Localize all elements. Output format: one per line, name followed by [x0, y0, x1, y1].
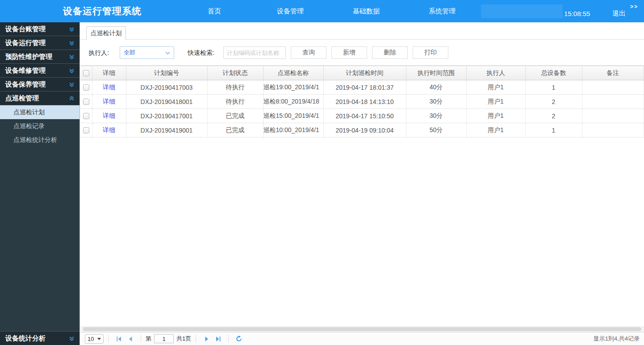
detail-link[interactable]: 详细	[103, 126, 115, 133]
column-header: 执行时间范围	[406, 66, 466, 80]
nav-item-4[interactable]: 系统管理	[404, 0, 480, 22]
logout-button[interactable]: 退出	[612, 9, 626, 18]
executor-cell: 用户1	[466, 109, 525, 123]
sidebar-section-label: 点巡检管理	[5, 94, 39, 103]
query-button[interactable]: 查询	[291, 46, 326, 59]
sidebar-section[interactable]: 设备保养管理	[0, 78, 79, 91]
page-prefix-label: 第	[146, 335, 151, 343]
inspection-name-cell: 巡检15:00_2019/4/1	[263, 109, 323, 123]
plan-status-cell: 待执行	[207, 80, 263, 95]
column-header: 点巡检名称	[263, 66, 323, 80]
table-row: 详细DXJ-20190417001已完成巡检15:00_2019/4/12019…	[80, 109, 644, 123]
next-page-button[interactable]	[201, 334, 212, 344]
column-header: 备注	[582, 66, 644, 80]
detail-cell: 详细	[92, 123, 126, 137]
plan-status-cell: 已完成	[207, 123, 263, 137]
divider	[196, 335, 196, 343]
prev-page-button[interactable]	[125, 334, 136, 344]
inspection-name-cell: 巡检8:00_2019/4/18	[263, 95, 323, 109]
plan-number-cell: DXJ-20190417001	[126, 109, 207, 123]
row-checkbox[interactable]	[83, 113, 89, 119]
sidebar-section[interactable]: 设备运行管理	[0, 36, 79, 50]
column-header: 计划状态	[207, 66, 263, 80]
nav-item-2[interactable]: 设备管理	[252, 0, 328, 22]
records-summary: 显示1到4,共4记录	[594, 335, 640, 343]
collapse-arrows-icon[interactable]: >>	[630, 4, 638, 10]
page-count-label: 共1页	[176, 335, 191, 343]
inspection-name-cell: 巡检19:00_2019/4/1	[263, 80, 323, 95]
sidebar-subitem[interactable]: 点巡检统计分析	[0, 133, 79, 147]
refresh-button[interactable]	[233, 334, 245, 344]
detail-link[interactable]: 详细	[103, 98, 115, 105]
add-button[interactable]: 新增	[331, 46, 367, 59]
row-checkbox[interactable]	[83, 127, 89, 133]
page-size-select[interactable]: 10	[85, 334, 104, 344]
sidebar-section-label: 设备保养管理	[5, 80, 46, 89]
horizontal-scrollbar-thumb[interactable]	[83, 327, 641, 331]
nav-item-3[interactable]: 基础数据	[328, 0, 404, 22]
remark-cell	[582, 80, 644, 95]
delete-button[interactable]: 删除	[372, 46, 408, 59]
sidebar-spacer	[0, 147, 79, 331]
sidebar-section-label: 设备台账管理	[5, 25, 46, 33]
nav-highlight-box	[481, 4, 563, 18]
column-header: 总设备数	[525, 66, 582, 80]
remark-cell	[582, 109, 644, 123]
sidebar-section[interactable]: 预防性维护管理	[0, 50, 79, 64]
sidebar-section[interactable]: 设备台账管理	[0, 22, 79, 36]
divider	[141, 335, 141, 343]
select-all-checkbox[interactable]	[83, 70, 89, 76]
executor-cell: 用户1	[466, 80, 525, 95]
plan-number-cell: DXJ-20190419001	[126, 123, 207, 137]
sidebar-section-label: 预防性维护管理	[5, 53, 52, 61]
select-all-header-cell	[80, 66, 92, 80]
sidebar-subitem[interactable]: 点巡检计划	[0, 105, 79, 119]
inspection-plan-table: 详细计划编号计划状态点巡检名称计划巡检时间执行时间范围执行人总设备数备注 详细D…	[80, 66, 644, 137]
plan-status-cell: 已完成	[207, 109, 263, 123]
divider	[108, 335, 109, 343]
row-select-cell	[80, 123, 92, 137]
row-checkbox[interactable]	[83, 99, 89, 105]
executor-select[interactable]: 全部	[120, 46, 174, 59]
search-input[interactable]	[223, 46, 286, 59]
plan-time-cell: 2019-04-17 18:01:37	[323, 80, 406, 95]
sidebar-section[interactable]: 点巡检管理	[0, 91, 79, 105]
horizontal-scrollbar	[80, 326, 644, 332]
sidebar-section[interactable]: 设备统计分析	[0, 331, 79, 345]
sidebar-subitem[interactable]: 点巡检记录	[0, 119, 79, 133]
detail-link[interactable]: 详细	[103, 112, 115, 119]
plan-time-cell: 2019-04-17 15:10:50	[323, 109, 406, 123]
executor-select-value: 全部	[124, 49, 135, 57]
table-header-row: 详细计划编号计划状态点巡检名称计划巡检时间执行时间范围执行人总设备数备注	[80, 66, 644, 80]
chevron-down-icon	[165, 49, 170, 57]
sidebar-section-label: 设备运行管理	[5, 39, 46, 47]
double-chevron-down-icon	[69, 26, 75, 32]
pagination-bar: 10 第 共1页 显示1到4,共	[80, 332, 644, 345]
first-page-button[interactable]	[113, 334, 125, 344]
top-header: 设备运行管理系统 首页设备管理基础数据系统管理 15:08:55 退出 >>	[0, 0, 644, 22]
time-range-cell: 30分	[406, 109, 466, 123]
double-chevron-down-icon	[69, 68, 75, 74]
executor-cell: 用户1	[466, 95, 525, 109]
row-select-cell	[80, 95, 92, 109]
app-title: 设备运行管理系统	[63, 0, 142, 22]
column-header: 详细	[92, 66, 126, 80]
last-page-button[interactable]	[212, 334, 224, 344]
detail-link[interactable]: 详细	[103, 83, 115, 91]
double-chevron-down-icon	[69, 82, 75, 87]
print-button[interactable]: 打印	[413, 46, 448, 59]
plan-time-cell: 2019-04-18 14:13:10	[323, 95, 406, 109]
current-page-input[interactable]	[154, 334, 174, 343]
dropdown-arrow-icon	[97, 338, 101, 340]
sidebar-section[interactable]: 设备维修管理	[0, 64, 79, 78]
tab-inspection-plan[interactable]: 点巡检计划	[86, 26, 126, 40]
plan-status-cell: 待执行	[207, 95, 263, 109]
device-count-cell: 1	[525, 80, 582, 95]
sidebar-section-label: 设备维修管理	[5, 67, 46, 75]
row-checkbox[interactable]	[83, 84, 89, 91]
sidebar-section-label: 设备统计分析	[5, 334, 46, 343]
nav-item-1[interactable]: 首页	[176, 0, 252, 22]
plan-number-cell: DXJ-20190417003	[126, 80, 207, 95]
filter-toolbar: 执行人: 全部 快速检索: 查询新增删除打印	[80, 40, 644, 66]
table-row: 详细DXJ-20190417003待执行巡检19:00_2019/4/12019…	[80, 80, 644, 95]
